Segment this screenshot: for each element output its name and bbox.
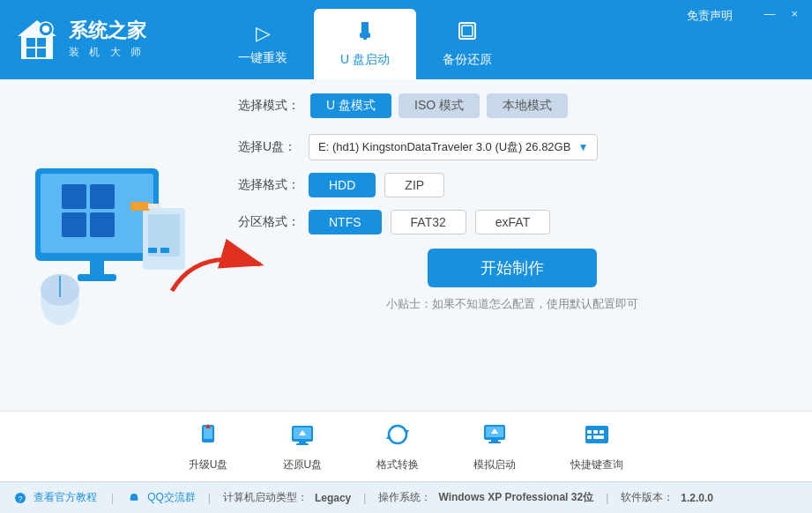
upgrade-icon	[195, 421, 221, 454]
svg-rect-22	[148, 248, 157, 253]
action-simulate[interactable]: 模拟启动	[459, 416, 530, 478]
partition-exfat-btn[interactable]: exFAT	[475, 210, 550, 234]
tutorial-link[interactable]: 查看官方教程	[34, 490, 97, 505]
version-value: 1.2.0.0	[681, 492, 713, 504]
boot-type-value: Legacy	[315, 492, 351, 504]
svg-rect-32	[205, 440, 211, 442]
format-btn-group: HDD ZIP	[309, 173, 444, 197]
format-zip-btn[interactable]: ZIP	[384, 173, 444, 197]
action-convert[interactable]: 格式转换	[362, 416, 433, 478]
action-restore-label: 还原U盘	[283, 457, 323, 472]
svg-rect-50	[587, 435, 592, 439]
svg-rect-28	[148, 204, 160, 209]
sep2: |	[363, 492, 366, 504]
close-button[interactable]: ×	[784, 5, 805, 22]
svg-rect-1	[26, 38, 35, 47]
main-area: 选择模式： U 盘模式 ISO 模式 本地模式 选择U盘： E: (hd1) K…	[0, 79, 812, 481]
mode-local-btn[interactable]: 本地模式	[487, 93, 568, 118]
tip-text: 小贴士：如果不知道怎么配置，使用默认配置即可	[386, 297, 638, 310]
app-title: 系统之家	[69, 19, 146, 42]
mode-iso-btn[interactable]: ISO 模式	[399, 93, 480, 118]
svg-rect-47	[587, 430, 592, 434]
svg-rect-51	[593, 435, 604, 439]
udisk-icon	[354, 20, 376, 47]
svg-rect-46	[585, 426, 608, 443]
simulate-icon	[481, 421, 508, 454]
logo-text: 系统之家 装 机 大 师	[69, 19, 146, 59]
svg-rect-2	[37, 38, 46, 47]
logo-section: 系统之家 装 机 大 师	[0, 0, 194, 79]
bottom-actions: 升级U盘 还原U盘	[0, 411, 812, 481]
svg-rect-7	[361, 22, 369, 34]
udisk-label: 选择U盘：	[238, 139, 309, 155]
qq-link[interactable]: QQ交流群	[147, 490, 196, 505]
svg-rect-23	[160, 248, 169, 253]
svg-marker-40	[386, 435, 391, 439]
start-btn-row: 开始制作	[238, 249, 786, 287]
tab-udisk[interactable]: U 盘启动	[314, 9, 416, 79]
tab-reinstall-label: 一键重装	[238, 50, 287, 66]
version-label: 软件版本：	[621, 490, 674, 505]
svg-rect-49	[600, 430, 604, 434]
svg-point-55	[130, 497, 133, 501]
content-area: 选择模式： U 盘模式 ISO 模式 本地模式 选择U盘： E: (hd1) K…	[0, 79, 812, 411]
minimize-button[interactable]: —	[756, 5, 782, 22]
udisk-dropdown-arrow: ▼	[577, 141, 588, 153]
svg-rect-14	[62, 184, 86, 209]
header: 系统之家 装 机 大 师 ▷ 一键重装 U 盘启动	[0, 0, 812, 79]
pc-illustration	[18, 160, 194, 327]
udisk-select[interactable]: E: (hd1) KingstonDataTraveler 3.0 (U盘) 2…	[309, 134, 598, 160]
start-button[interactable]: 开始制作	[428, 249, 597, 287]
shortcut-icon	[584, 421, 610, 454]
svg-rect-15	[90, 184, 115, 209]
svg-rect-3	[26, 48, 35, 57]
svg-rect-18	[90, 261, 104, 275]
right-panel: 选择模式： U 盘模式 ISO 模式 本地模式 选择U盘： E: (hd1) K…	[212, 79, 812, 411]
udisk-select-text: E: (hd1) KingstonDataTraveler 3.0 (U盘) 2…	[318, 139, 570, 155]
svg-rect-19	[78, 274, 116, 281]
mode-row: 选择模式： U 盘模式 ISO 模式 本地模式	[238, 93, 786, 118]
svg-marker-39	[404, 430, 409, 435]
os-label: 操作系统：	[378, 490, 431, 505]
disclaimer-link[interactable]: 免责声明	[687, 7, 733, 24]
partition-row: 分区格式： NTFS FAT32 exFAT	[238, 210, 786, 234]
partition-btn-group: NTFS FAT32 exFAT	[309, 210, 550, 234]
backup-icon	[457, 20, 478, 47]
tab-udisk-label: U 盘启动	[340, 52, 390, 68]
tutorial-icon: ?	[14, 491, 26, 504]
svg-point-56	[136, 497, 138, 501]
logo-icon	[14, 17, 60, 63]
svg-rect-44	[488, 442, 501, 443]
action-convert-label: 格式转换	[376, 457, 419, 472]
action-simulate-label: 模拟启动	[473, 457, 516, 472]
svg-rect-17	[90, 212, 115, 237]
action-shortcut-label: 快捷键查询	[570, 457, 623, 472]
svg-rect-16	[62, 212, 86, 237]
action-shortcut[interactable]: 快捷键查询	[556, 416, 637, 478]
format-hdd-btn[interactable]: HDD	[309, 173, 376, 197]
svg-rect-4	[37, 48, 46, 57]
action-restore[interactable]: 还原U盘	[269, 416, 337, 478]
tip-row: 小贴士：如果不知道怎么配置，使用默认配置即可	[238, 296, 786, 312]
svg-rect-27	[130, 202, 150, 211]
boot-type-label: 计算机启动类型：	[223, 490, 308, 505]
format-row: 选择格式： HDD ZIP	[238, 173, 786, 197]
window-controls: — ×	[756, 5, 805, 22]
partition-label: 分区格式：	[238, 214, 309, 230]
format-label: 选择格式：	[238, 177, 309, 193]
partition-fat32-btn[interactable]: FAT32	[391, 210, 466, 234]
tab-backup-label: 备份还原	[443, 52, 492, 68]
mode-udisk-btn[interactable]: U 盘模式	[310, 93, 391, 118]
mode-label: 选择模式：	[238, 98, 300, 114]
svg-text:?: ?	[18, 494, 22, 503]
tab-backup[interactable]: 备份还原	[416, 9, 518, 79]
tab-reinstall[interactable]: ▷ 一键重装	[212, 9, 314, 79]
svg-rect-37	[296, 443, 309, 445]
left-panel	[0, 79, 212, 411]
reinstall-icon: ▷	[256, 22, 271, 45]
action-upgrade[interactable]: 升级U盘	[175, 416, 242, 478]
partition-ntfs-btn[interactable]: NTFS	[309, 210, 382, 234]
sep1: |	[208, 492, 211, 504]
restore-icon	[289, 421, 316, 454]
udisk-row: 选择U盘： E: (hd1) KingstonDataTraveler 3.0 …	[238, 134, 786, 160]
